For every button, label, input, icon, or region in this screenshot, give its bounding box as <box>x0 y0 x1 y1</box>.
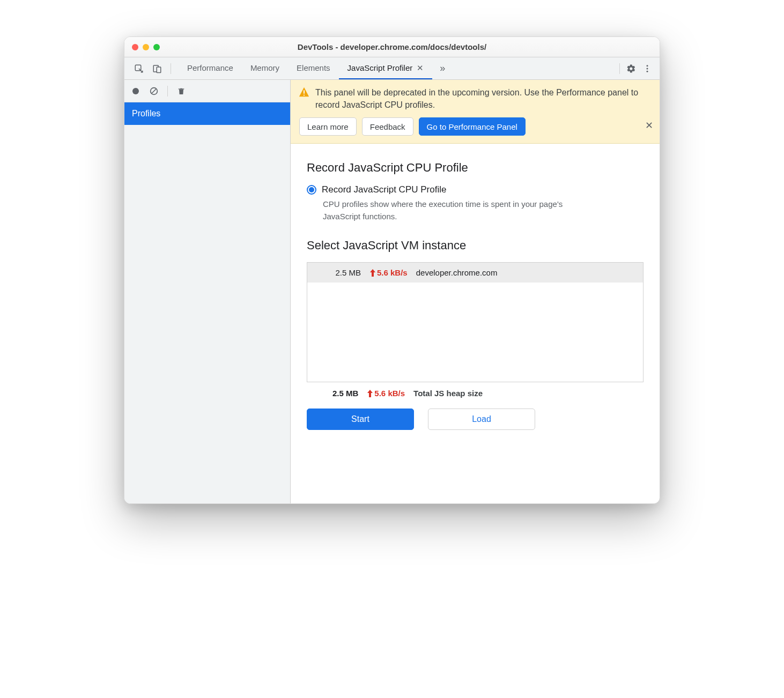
total-rate: 5.6 kB/s <box>367 389 405 398</box>
svg-rect-9 <box>179 88 184 89</box>
record-heading: Record JavaScript CPU Profile <box>307 161 644 175</box>
close-tab-icon[interactable]: ✕ <box>417 64 424 72</box>
svg-point-3 <box>647 65 648 66</box>
arrow-up-icon <box>367 390 373 397</box>
tab-strip: Performance Memory Elements JavaScript P… <box>124 57 660 80</box>
kebab-menu-icon[interactable] <box>639 61 655 77</box>
deprecation-banner: This panel will be deprecated in the upc… <box>291 80 660 144</box>
svg-rect-11 <box>304 95 305 96</box>
tab-label: Elements <box>297 63 330 72</box>
vm-row[interactable]: 2.5 MB 5.6 kB/s developer.chrome.com <box>307 263 643 283</box>
titlebar: DevTools - developer.chrome.com/docs/dev… <box>124 37 660 57</box>
vm-list: 2.5 MB 5.6 kB/s developer.chrome.com <box>307 262 644 382</box>
sidebar-item-profiles[interactable]: Profiles <box>124 102 290 125</box>
radio-label: Record JavaScript CPU Profile <box>322 184 446 195</box>
svg-rect-10 <box>304 90 305 93</box>
start-button[interactable]: Start <box>307 409 414 430</box>
radio-description: CPU profiles show where the execution ti… <box>323 198 602 222</box>
load-button[interactable]: Load <box>428 409 535 430</box>
tab-javascript-profiler[interactable]: JavaScript Profiler ✕ <box>339 57 433 79</box>
delete-icon[interactable] <box>173 83 189 99</box>
goto-performance-button[interactable]: Go to Performance Panel <box>419 117 526 136</box>
vm-size: 2.5 MB <box>318 268 361 277</box>
sidebar-toolbar <box>124 80 290 102</box>
learn-more-button[interactable]: Learn more <box>299 117 357 136</box>
device-toolbar-icon[interactable] <box>149 61 165 77</box>
window-zoom-button[interactable] <box>153 44 160 50</box>
devtools-window: DevTools - developer.chrome.com/docs/dev… <box>124 36 660 504</box>
total-heap-row: 2.5 MB 5.6 kB/s Total JS heap size <box>307 382 644 398</box>
sidebar: Profiles <box>124 80 291 503</box>
clear-icon[interactable] <box>146 83 162 99</box>
traffic-lights <box>124 44 160 50</box>
vm-heading: Select JavaScript VM instance <box>307 239 644 253</box>
separator <box>619 63 620 74</box>
svg-point-5 <box>647 70 648 72</box>
total-size: 2.5 MB <box>332 389 358 398</box>
tab-label: Memory <box>250 63 279 72</box>
separator <box>171 63 171 74</box>
svg-point-4 <box>647 68 648 69</box>
main-panel: This panel will be deprecated in the upc… <box>291 80 660 503</box>
feedback-button[interactable]: Feedback <box>362 117 413 136</box>
vm-rate: 5.6 kB/s <box>369 268 408 277</box>
banner-text: This panel will be deprecated in the upc… <box>315 86 639 111</box>
total-caption: Total JS heap size <box>413 389 483 398</box>
window-minimize-button[interactable] <box>143 44 149 50</box>
tab-label: JavaScript Profiler <box>347 63 413 72</box>
warning-icon <box>298 86 310 98</box>
record-cpu-profile-radio[interactable] <box>307 185 316 195</box>
inspect-element-icon[interactable] <box>131 61 147 77</box>
tab-elements[interactable]: Elements <box>288 57 339 79</box>
window-close-button[interactable] <box>132 44 138 50</box>
svg-point-6 <box>132 88 139 94</box>
svg-rect-2 <box>157 67 161 73</box>
tab-label: Performance <box>187 63 233 72</box>
separator <box>167 86 168 96</box>
record-icon[interactable] <box>128 83 144 99</box>
window-title: DevTools - developer.chrome.com/docs/dev… <box>124 42 660 51</box>
tab-memory[interactable]: Memory <box>242 57 288 79</box>
more-tabs-icon[interactable]: » <box>437 61 448 76</box>
sidebar-item-label: Profiles <box>132 109 160 118</box>
tab-performance[interactable]: Performance <box>179 57 242 79</box>
vm-host: developer.chrome.com <box>416 268 498 277</box>
banner-close-icon[interactable]: ✕ <box>645 120 653 131</box>
settings-icon[interactable] <box>623 61 639 77</box>
arrow-up-icon <box>369 269 376 277</box>
svg-line-8 <box>152 88 157 93</box>
